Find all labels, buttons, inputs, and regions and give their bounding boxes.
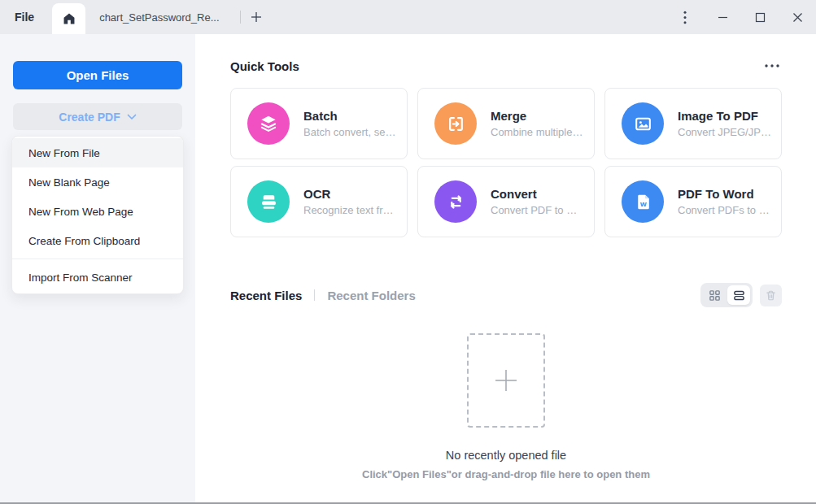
tab-separator bbox=[240, 11, 241, 24]
recent-section-header: Recent Files Recent Folders bbox=[230, 283, 782, 307]
list-view-button[interactable] bbox=[727, 285, 750, 305]
maximize-icon bbox=[755, 12, 766, 23]
tool-title: Convert bbox=[491, 187, 586, 201]
plus-icon bbox=[251, 11, 262, 23]
minimize-icon bbox=[718, 12, 728, 23]
close-button[interactable] bbox=[779, 0, 816, 34]
list-view-icon bbox=[733, 289, 745, 302]
quick-tools-grid: Batch Batch convert, secur... Merge Comb… bbox=[230, 88, 782, 237]
quick-tools-title: Quick Tools bbox=[230, 59, 299, 73]
chevron-down-icon bbox=[127, 114, 137, 120]
create-pdf-button[interactable]: Create PDF bbox=[13, 103, 182, 130]
create-pdf-dropdown-menu: New From File New Blank Page New From We… bbox=[11, 136, 184, 294]
svg-text:w: w bbox=[639, 198, 647, 207]
file-menu[interactable]: File bbox=[15, 11, 34, 24]
ellipsis-icon bbox=[765, 64, 779, 67]
more-options-button[interactable] bbox=[666, 0, 704, 34]
main-panel: Quick Tools Batc bbox=[195, 34, 816, 502]
quick-tool-card-convert[interactable]: Convert Convert PDF to Wor... bbox=[417, 166, 595, 237]
quick-tool-card-pdf-to-word[interactable]: w PDF To Word Convert PDFs to Wo... bbox=[604, 166, 782, 237]
tool-subtitle: Convert PDFs to Wo... bbox=[678, 204, 773, 216]
kebab-menu-icon bbox=[683, 11, 687, 24]
plus-icon bbox=[494, 368, 518, 393]
menu-item-new-from-web-page[interactable]: New From Web Page bbox=[12, 197, 183, 226]
home-tab[interactable] bbox=[52, 3, 85, 34]
menu-item-new-blank-page[interactable]: New Blank Page bbox=[12, 167, 183, 197]
maximize-button[interactable] bbox=[741, 0, 779, 34]
tool-title: PDF To Word bbox=[678, 187, 773, 201]
window-controls bbox=[666, 0, 816, 34]
new-tab-button[interactable] bbox=[244, 5, 268, 29]
tool-title: OCR bbox=[303, 187, 399, 201]
tab-recent-folders[interactable]: Recent Folders bbox=[327, 289, 415, 302]
menu-item-new-from-file[interactable]: New From File bbox=[12, 138, 183, 167]
quick-tools-more-button[interactable] bbox=[762, 59, 782, 73]
ocr-scan-icon bbox=[247, 180, 290, 223]
tool-title: Image To PDF bbox=[678, 109, 773, 123]
empty-state-subtitle: Click"Open Files"or drag-and-drop file h… bbox=[362, 468, 650, 480]
recent-files-empty-state: No recently opened file Click"Open Files… bbox=[230, 307, 782, 480]
sidebar: Open Files Create PDF New From File New … bbox=[0, 34, 195, 502]
close-icon bbox=[792, 12, 803, 23]
grid-view-icon bbox=[709, 289, 721, 302]
titlebar: File chart_SetPassword_Re... bbox=[0, 0, 816, 34]
menu-item-import-from-scanner[interactable]: Import From Scanner bbox=[12, 263, 183, 292]
layers-icon bbox=[247, 102, 290, 145]
tool-title: Batch bbox=[303, 109, 399, 123]
document-tab-title: chart_SetPassword_Re... bbox=[99, 11, 219, 24]
word-document-icon: w bbox=[622, 180, 664, 223]
tool-subtitle: Combine multiple d... bbox=[491, 126, 586, 138]
document-tab[interactable]: chart_SetPassword_Re... bbox=[85, 0, 237, 34]
drop-zone[interactable] bbox=[467, 333, 545, 428]
quick-tool-card-batch[interactable]: Batch Batch convert, secur... bbox=[230, 88, 408, 159]
tool-subtitle: Convert PDF to Wor... bbox=[491, 204, 586, 216]
view-toggle bbox=[700, 283, 753, 307]
tool-subtitle: Recognize text from i... bbox=[303, 204, 399, 216]
empty-state-title: No recently opened file bbox=[446, 449, 566, 462]
image-icon bbox=[622, 102, 664, 145]
tool-subtitle: Batch convert, secur... bbox=[303, 126, 399, 138]
grid-view-button[interactable] bbox=[703, 285, 726, 305]
merge-icon bbox=[434, 102, 477, 145]
quick-tool-card-image-to-pdf[interactable]: Image To PDF Convert JPEG/JPG/PN... bbox=[604, 88, 782, 159]
sync-arrows-icon bbox=[434, 180, 477, 223]
create-pdf-label: Create PDF bbox=[59, 111, 120, 124]
minimize-button[interactable] bbox=[704, 0, 741, 34]
home-icon bbox=[62, 11, 76, 26]
menu-divider bbox=[12, 259, 183, 259]
tool-title: Merge bbox=[491, 109, 586, 123]
clear-recent-button[interactable] bbox=[760, 285, 782, 306]
trash-icon bbox=[765, 289, 777, 302]
menu-item-create-from-clipboard[interactable]: Create From Clipboard bbox=[12, 226, 183, 255]
quick-tool-card-ocr[interactable]: OCR Recognize text from i... bbox=[230, 166, 408, 237]
tab-recent-files[interactable]: Recent Files bbox=[230, 289, 302, 302]
tool-subtitle: Convert JPEG/JPG/PN... bbox=[678, 126, 773, 138]
recent-tabs-divider bbox=[314, 289, 315, 301]
quick-tool-card-merge[interactable]: Merge Combine multiple d... bbox=[417, 88, 595, 159]
open-files-button[interactable]: Open Files bbox=[13, 61, 182, 89]
